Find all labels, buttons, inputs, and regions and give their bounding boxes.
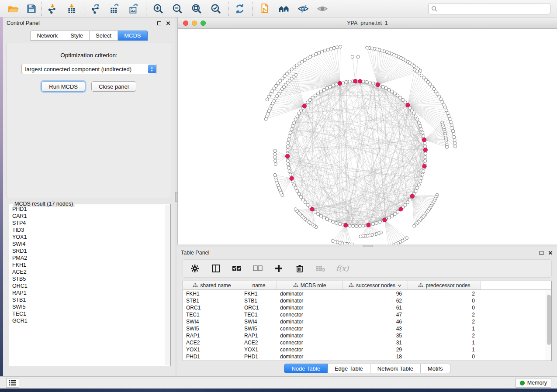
apply-layout-button[interactable] xyxy=(232,1,248,16)
plus-icon xyxy=(275,265,283,272)
delete-column-button[interactable] xyxy=(294,263,305,274)
zoom-in-button[interactable] xyxy=(150,1,166,16)
splitter-handle[interactable] xyxy=(363,245,373,247)
table-cell: 96 xyxy=(343,291,408,297)
mcds-result-item[interactable]: STP4 xyxy=(12,220,165,227)
maximize-window-icon[interactable] xyxy=(201,21,206,26)
float-panel-icon[interactable] xyxy=(156,20,162,26)
column-header-predecessor-nodes[interactable]: predecessor nodes xyxy=(408,281,481,289)
table-cell: SWI5 xyxy=(241,326,277,332)
column-header-shared-name[interactable]: shared name xyxy=(183,281,241,289)
network-canvas[interactable] xyxy=(178,29,557,244)
minimize-window-icon[interactable] xyxy=(192,21,197,26)
search-input[interactable] xyxy=(438,4,550,13)
column-header-name[interactable]: name xyxy=(241,281,277,289)
column-header-mcds-role[interactable]: MCDS role xyxy=(277,281,343,289)
list-icon xyxy=(9,380,16,385)
zoom-out-button[interactable] xyxy=(170,1,185,16)
table-cell: RAP1 xyxy=(183,333,241,339)
network-window-titlebar[interactable]: YPA_prune.txt_1 xyxy=(178,17,557,29)
zoom-fit-button[interactable] xyxy=(189,1,204,16)
close-panel-icon[interactable]: ✕ xyxy=(547,250,554,256)
mcds-result-item[interactable]: GCR1 xyxy=(12,317,165,324)
table-row[interactable]: STB1STB1dominator620 xyxy=(183,297,546,304)
run-mcds-button[interactable]: Run MCDS xyxy=(42,81,85,92)
mcds-list-scrollbar[interactable] xyxy=(165,205,170,365)
close-panel-icon[interactable]: ✕ xyxy=(165,20,171,26)
table-cell: 62 xyxy=(343,298,408,304)
table-row[interactable]: TEC1TEC1connector472 xyxy=(183,311,546,318)
tab-motifs[interactable]: Motifs xyxy=(421,364,450,373)
show-graphics-details-button[interactable] xyxy=(315,1,330,16)
mcds-result-item[interactable]: RAP1 xyxy=(12,289,165,296)
show-column-panel-button[interactable] xyxy=(210,263,221,274)
tab-network[interactable]: Network xyxy=(30,31,64,41)
hide-selected-button[interactable] xyxy=(295,1,311,16)
export-network-button[interactable] xyxy=(87,1,103,16)
mcds-result-list[interactable]: PHD1CAR1STP4TID3YOX1SWI4SRD1PMA2FKH1ACE2… xyxy=(10,206,165,365)
tab-network-table[interactable]: Network Table xyxy=(370,364,421,373)
mcds-result-item[interactable]: STB5 xyxy=(12,275,165,282)
table-row[interactable]: SWI4SWI4dominator462 xyxy=(183,318,546,325)
import-network-button[interactable] xyxy=(45,1,60,16)
table-cell: 0 xyxy=(408,305,481,311)
deselect-all-rows-button[interactable] xyxy=(252,263,263,274)
table-row[interactable]: YOX1YOX1connector291 xyxy=(183,346,546,353)
table-cell: dominator xyxy=(277,305,343,311)
delete-table-button-disabled xyxy=(315,263,326,274)
search-icon xyxy=(431,6,438,12)
export-table-button[interactable] xyxy=(107,1,122,16)
optimization-criterion-select[interactable]: largest connected component (undirected)… xyxy=(21,64,157,74)
toolbar-separator xyxy=(41,2,42,16)
tab-edge-table[interactable]: Edge Table xyxy=(328,364,370,373)
table-row[interactable]: ACE2ACE2connector311 xyxy=(183,339,546,346)
tab-select[interactable]: Select xyxy=(90,31,118,41)
close-panel-button[interactable]: Close panel xyxy=(91,81,136,92)
mcds-result-item[interactable]: FKH1 xyxy=(12,261,165,268)
mcds-result-item[interactable]: TID3 xyxy=(12,227,165,234)
mcds-result-item[interactable]: YOX1 xyxy=(12,234,165,241)
mcds-result-groupbox: MCDS result (17 nodes) PHD1CAR1STP4TID3Y… xyxy=(9,204,171,366)
table-cell: 35 xyxy=(343,333,408,339)
create-column-button[interactable] xyxy=(273,263,284,274)
table-row[interactable]: ORC1ORC1dominator610 xyxy=(183,304,546,311)
export-image-button[interactable] xyxy=(126,1,142,16)
mcds-result-item[interactable]: STB1 xyxy=(12,296,165,303)
float-panel-icon[interactable] xyxy=(538,250,544,256)
toolbar-separator xyxy=(146,2,146,16)
splitter-handle[interactable] xyxy=(175,192,177,202)
mcds-result-item[interactable]: TEC1 xyxy=(12,310,165,317)
mcds-result-item[interactable]: PHD1 xyxy=(12,206,165,213)
table-scrollbar[interactable] xyxy=(546,290,551,361)
column-header-successor-nodes[interactable]: successor nodes xyxy=(343,281,408,289)
table-row[interactable]: FKH1FKH1dominator962 xyxy=(183,290,546,297)
close-window-icon[interactable] xyxy=(183,21,188,26)
tab-node-table[interactable]: Node Table xyxy=(284,364,328,373)
table-row[interactable]: PHD1PHD1dominator180 xyxy=(183,353,546,360)
zoom-selected-button[interactable] xyxy=(208,1,224,16)
task-history-button[interactable] xyxy=(6,378,19,388)
open-session-button[interactable] xyxy=(5,1,21,16)
tab-style[interactable]: Style xyxy=(64,31,90,41)
clone-network-button[interactable] xyxy=(257,1,273,16)
scrollbar-thumb[interactable] xyxy=(547,295,551,345)
select-all-rows-button[interactable] xyxy=(231,263,242,274)
table-row[interactable]: SWI5SWI5connector431 xyxy=(183,325,546,332)
mcds-result-item[interactable]: SWI5 xyxy=(12,303,165,310)
tab-mcds[interactable]: MCDS xyxy=(118,31,147,41)
table-cell: connector xyxy=(277,312,343,318)
first-neighbors-button[interactable] xyxy=(276,1,292,16)
table-cell: 1 xyxy=(408,340,481,346)
mcds-result-item[interactable]: ORC1 xyxy=(12,282,165,289)
mcds-result-item[interactable]: CAR1 xyxy=(12,213,165,220)
mcds-result-item[interactable]: ACE2 xyxy=(12,268,165,275)
import-table-button[interactable] xyxy=(64,1,80,16)
mcds-result-item[interactable]: PMA2 xyxy=(12,254,165,261)
table-settings-button[interactable] xyxy=(189,263,201,274)
table-row[interactable]: RAP1RAP1dominator352 xyxy=(183,332,546,339)
save-session-button[interactable] xyxy=(24,1,39,16)
mcds-result-item[interactable]: SWI4 xyxy=(12,241,165,248)
table-cell: dominator xyxy=(277,354,343,360)
memory-button[interactable]: Memory xyxy=(515,378,551,388)
mcds-result-item[interactable]: SRD1 xyxy=(12,248,165,254)
